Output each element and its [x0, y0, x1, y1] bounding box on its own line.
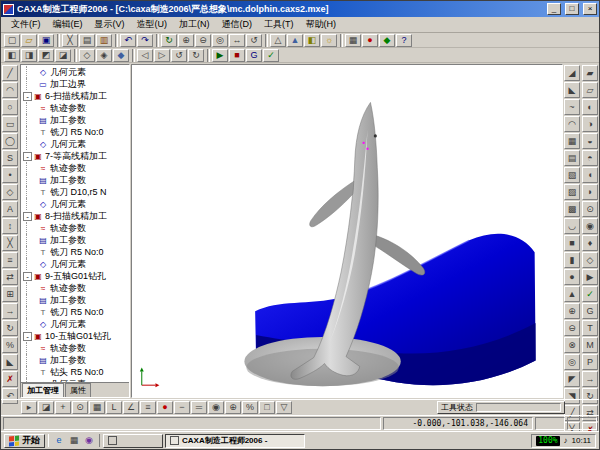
view-xy-button[interactable]: ◧: [4, 49, 20, 62]
display-hidden-line-button[interactable]: ◈: [96, 49, 112, 62]
query-element-button[interactable]: ◆: [379, 34, 395, 47]
boolean-subtract-button[interactable]: ⊖: [564, 320, 580, 336]
boolean-union-button[interactable]: ⊕: [564, 303, 580, 319]
draw-spline-button[interactable]: S: [2, 150, 18, 166]
tree-item[interactable]: ◇几何元素: [21, 198, 129, 210]
light-settings-button[interactable]: ☼: [321, 34, 337, 47]
draw-text-button[interactable]: A: [2, 201, 18, 217]
zoom-all-button[interactable]: ◎: [212, 34, 228, 47]
wireframe-display-button[interactable]: △: [270, 34, 286, 47]
menu-help[interactable]: 帮助(H): [300, 17, 343, 32]
color-settings-button[interactable]: ●: [362, 34, 378, 47]
copy-button[interactable]: ▤: [79, 34, 95, 47]
task-button[interactable]: [103, 434, 163, 448]
boolean-intersect-button[interactable]: ⊗: [564, 337, 580, 353]
render-material-button[interactable]: ◧: [304, 34, 320, 47]
rotate-view-button[interactable]: ↺: [246, 34, 262, 47]
edit-delete-button[interactable]: ✗: [2, 371, 18, 387]
traj-edit-button[interactable]: ◇: [582, 252, 598, 268]
surface-offset-button[interactable]: ▤: [564, 150, 580, 166]
menu-communication[interactable]: 通信(D): [216, 17, 259, 32]
paste-button[interactable]: ▥: [96, 34, 112, 47]
solid-box-button[interactable]: ■: [564, 235, 580, 251]
rough-contour-button[interactable]: ▱: [582, 82, 598, 98]
viewport-3d[interactable]: [131, 64, 563, 398]
edit-offset-button[interactable]: ≡: [2, 252, 18, 268]
tree-expander[interactable]: -: [23, 92, 32, 101]
tree-item[interactable]: ◇几何元素: [21, 66, 129, 78]
minimize-button[interactable]: _: [547, 3, 561, 15]
simulate-stop-button[interactable]: ■: [229, 49, 245, 62]
tree-item[interactable]: ▤加工参数: [21, 114, 129, 126]
linetype-button[interactable]: −: [174, 401, 190, 414]
finish-directional-button[interactable]: ◓: [582, 150, 598, 166]
tree-item[interactable]: -▣10-五轴G01钻孔: [21, 330, 129, 342]
traj-verify-button[interactable]: ✓: [582, 286, 598, 302]
menu-tools[interactable]: 工具(T): [258, 17, 300, 32]
display-wireframe-button[interactable]: ◇: [79, 49, 95, 62]
snap-point-button[interactable]: ⊙: [72, 401, 88, 414]
save-file-button[interactable]: ▣: [38, 34, 54, 47]
ortho-mode-button[interactable]: L: [106, 401, 122, 414]
solid-cone-button[interactable]: ▲: [564, 286, 580, 302]
tree-tab-machining[interactable]: 加工管理: [22, 383, 64, 397]
redraw-button[interactable]: ↻: [161, 34, 177, 47]
surface-stitch-button[interactable]: ▩: [564, 201, 580, 217]
flat-finish-button[interactable]: ◗: [582, 184, 598, 200]
surface-extrude-button[interactable]: ◢: [564, 65, 580, 81]
surface-loft-button[interactable]: ◠: [564, 116, 580, 132]
display-shaded-button[interactable]: ◆: [113, 49, 129, 62]
cut-button[interactable]: ╳: [62, 34, 78, 47]
tree-item[interactable]: ◇几何元素: [21, 258, 129, 270]
post-config-button[interactable]: P: [582, 354, 598, 370]
sketch-plane-button[interactable]: ◪: [38, 401, 54, 414]
start-button[interactable]: 开始: [4, 434, 45, 448]
tree-expander[interactable]: -: [23, 152, 32, 161]
layer-settings-button[interactable]: ▦: [345, 34, 361, 47]
task-button[interactable]: CAXA制造工程师2006 -: [165, 434, 305, 448]
draw-arc-button[interactable]: ◠: [2, 82, 18, 98]
surface-sweep-button[interactable]: ~: [564, 99, 580, 115]
tree-expander[interactable]: -: [23, 332, 32, 341]
draw-rect-button[interactable]: ▭: [2, 116, 18, 132]
view-xz-button[interactable]: ◩: [38, 49, 54, 62]
zoom-next-button[interactable]: ▷: [154, 49, 170, 62]
tree-item[interactable]: ≈轨迹参数: [21, 102, 129, 114]
menu-edit[interactable]: 编辑(E): [47, 17, 89, 32]
tree-item[interactable]: ≈轨迹参数: [21, 282, 129, 294]
draw-dimension-button[interactable]: ↕: [2, 218, 18, 234]
tree-item[interactable]: -▣8-扫描线精加工: [21, 210, 129, 222]
verify-code-button[interactable]: ✓: [263, 49, 279, 62]
shaded-display-button[interactable]: ▲: [287, 34, 303, 47]
gcode-generate-button[interactable]: G: [582, 303, 598, 319]
snap-grid-button[interactable]: ▦: [89, 401, 105, 414]
tree-item[interactable]: ◇几何元素: [21, 138, 129, 150]
tree-item[interactable]: ▤加工参数: [21, 294, 129, 306]
rotate-right-button[interactable]: ↻: [188, 49, 204, 62]
color-pick-button[interactable]: ●: [157, 401, 173, 414]
draw-ellipse-button[interactable]: ◯: [2, 133, 18, 149]
menu-view[interactable]: 显示(V): [89, 17, 131, 32]
tree-item[interactable]: ▤加工参数: [21, 174, 129, 186]
tree-item[interactable]: T钻头 R5 No:0: [21, 366, 129, 378]
traj-generate-button[interactable]: ♦: [582, 235, 598, 251]
menu-file[interactable]: 文件(F): [5, 17, 47, 32]
pan-view-button[interactable]: ↔: [229, 34, 245, 47]
tool-library-button[interactable]: T: [582, 320, 598, 336]
tree-item[interactable]: T铣刀 R5 No:0: [21, 126, 129, 138]
edit-move-button[interactable]: →: [2, 303, 18, 319]
tree-item[interactable]: T铣刀 R5 No:0: [21, 246, 129, 258]
tree-item[interactable]: T铣刀 D10,r5 N: [21, 186, 129, 198]
draw-line-button[interactable]: ╱: [2, 65, 18, 81]
edit-rotate-button[interactable]: ↻: [2, 320, 18, 336]
traj-translate-button[interactable]: →: [582, 371, 598, 387]
generate-gcode-button[interactable]: G: [246, 49, 262, 62]
zoom-previous-button[interactable]: ◁: [137, 49, 153, 62]
view-yz-button[interactable]: ◨: [21, 49, 37, 62]
five-axis-drill-button[interactable]: ◉: [582, 218, 598, 234]
solid-sphere-button[interactable]: ●: [564, 269, 580, 285]
element-filter-button[interactable]: ▽: [276, 401, 292, 414]
layer-control-button[interactable]: ≡: [140, 401, 156, 414]
finish-scanline-button[interactable]: ◐: [582, 99, 598, 115]
tree-item[interactable]: ◇几何元素: [21, 318, 129, 330]
